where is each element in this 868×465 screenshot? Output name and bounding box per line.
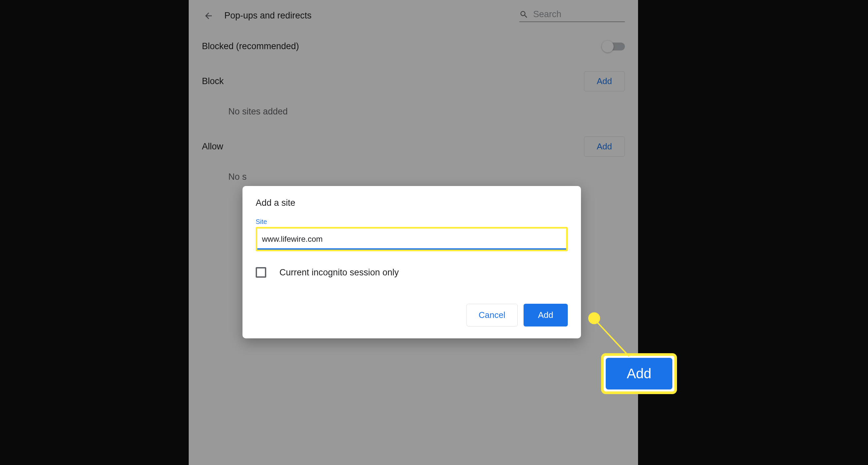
- callout-dot: [588, 312, 600, 324]
- cancel-button[interactable]: Cancel: [466, 304, 518, 327]
- add-site-dialog: Add a site Site Current incognito sessio…: [243, 186, 581, 338]
- site-input-highlight: [256, 227, 568, 251]
- incognito-session-label: Current incognito session only: [279, 267, 399, 278]
- site-field-label: Site: [256, 218, 568, 226]
- callout-add-button: Add: [606, 358, 672, 390]
- incognito-session-checkbox[interactable]: [256, 267, 266, 278]
- add-confirm-button[interactable]: Add: [524, 304, 568, 327]
- dialog-title: Add a site: [256, 198, 568, 208]
- callout-box: Add: [601, 353, 677, 394]
- site-input[interactable]: [257, 229, 566, 250]
